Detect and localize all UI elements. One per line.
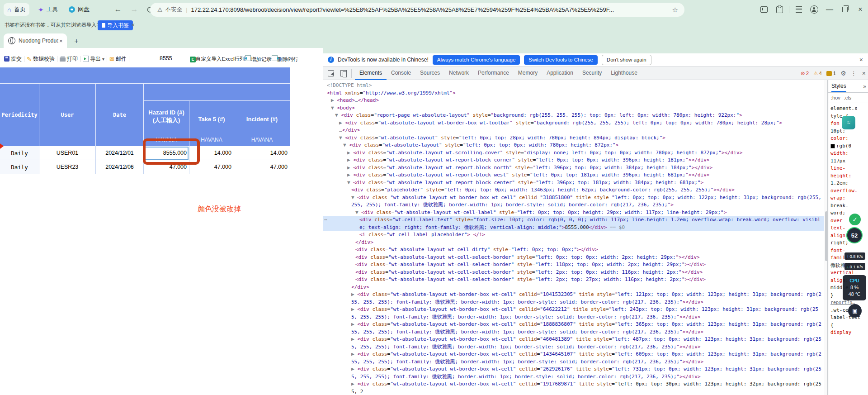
bookmark-home[interactable]: ⌂ 首页: [4, 3, 29, 16]
code-line[interactable]: </div>: [323, 239, 824, 247]
code-line[interactable]: <div class="wt-cell-label-text" style="f…: [323, 216, 824, 231]
code-line[interactable]: <div class="wt-absolute-layout wt-cell-d…: [323, 246, 824, 254]
inspect-element-icon[interactable]: [328, 70, 334, 76]
devtools-more-button[interactable]: ⋮: [851, 70, 857, 77]
code-line[interactable]: ▶ <div class="wt-absolute-layout wt-bord…: [323, 306, 824, 321]
devtools-tab-performance[interactable]: Performance: [473, 67, 514, 80]
code-line[interactable]: ▼ <div class="report-page wt-absolute-la…: [323, 112, 824, 119]
code-line[interactable]: <!DOCTYPE html>: [323, 82, 824, 90]
tab-styles[interactable]: Styles: [831, 81, 846, 92]
bookmark-netdisk[interactable]: 网盘: [65, 3, 93, 16]
devtools-tab-sources[interactable]: Sources: [415, 67, 444, 80]
styles-line[interactable]: overflow-: [830, 187, 868, 195]
header-periodicity[interactable]: Periodicity: [0, 84, 39, 146]
cell-incident[interactable]: 14.000: [234, 146, 290, 160]
menu-button[interactable]: [791, 4, 807, 15]
header-date[interactable]: Date: [96, 84, 144, 146]
code-line[interactable]: ▶ <div class="wt-absolute-layout wt-bord…: [323, 119, 824, 127]
styles-line[interactable]: rgb(0: [830, 143, 868, 150]
devtools-tab-security[interactable]: Security: [578, 67, 606, 80]
code-line[interactable]: ▼ <body>: [323, 105, 824, 112]
monitor-capture-badge[interactable]: ▣: [848, 304, 862, 318]
import-excel-button[interactable]: E自定义导入Excel行列: [190, 56, 245, 62]
extensions-button[interactable]: [772, 4, 787, 15]
match-language-button[interactable]: Always match Chrome's language: [433, 55, 520, 65]
code-line[interactable]: ▶ <div class="wt-absolute-layout wt-repo…: [323, 157, 824, 164]
code-line[interactable]: ▶ <div class="wt-absolute-layout wt-repo…: [323, 171, 824, 179]
header-user[interactable]: User: [39, 84, 96, 146]
styles-line[interactable]: break-: [830, 202, 868, 210]
devtools-tab-elements[interactable]: Elements: [355, 67, 387, 80]
upload-rate-badge[interactable]: ↑0.8 K/s: [844, 252, 865, 260]
infobar-close-icon[interactable]: ×: [859, 56, 863, 63]
styles-line[interactable]: 117px: [830, 157, 868, 165]
import-bar-close-icon[interactable]: ×: [131, 21, 135, 29]
cell-user[interactable]: UESR23: [39, 160, 96, 174]
code-line[interactable]: …</div>: [323, 127, 824, 134]
monitor-score-badge[interactable]: 52: [846, 227, 863, 243]
code-line[interactable]: ▼ <div class="wt-absolute-layout wt-repo…: [323, 179, 824, 187]
styles-line[interactable]: 1.2em;: [830, 180, 868, 187]
code-line[interactable]: <div class="wt-absolute-layout wt-cell-s…: [323, 261, 824, 269]
code-line[interactable]: ▼ <div class="wt-absolute-layout wt-cell…: [323, 209, 824, 217]
cell-incident[interactable]: 47.000: [234, 160, 290, 174]
styles-line[interactable]: element.s: [830, 105, 868, 113]
cell-user[interactable]: USER01: [39, 146, 96, 160]
minimize-button[interactable]: —: [822, 4, 837, 15]
cell-periodicity[interactable]: Daily: [0, 146, 39, 160]
bookmark-star-icon[interactable]: ☆: [672, 6, 678, 14]
code-line[interactable]: ▶ <div class="wt-absolute-layout wt-repo…: [323, 164, 824, 172]
forward-button[interactable]: →: [128, 4, 140, 15]
cell-date[interactable]: 2024/12/06: [96, 160, 144, 174]
devtools-tab-network[interactable]: Network: [444, 67, 473, 80]
code-line[interactable]: ▼ <div class="wt-absolute-layout" style=…: [323, 134, 824, 142]
styles-line[interactable]: height:: [830, 172, 868, 180]
devtools-tab-application[interactable]: Application: [542, 67, 578, 80]
code-line[interactable]: <div class="placeholder" style="left: 0p…: [323, 186, 824, 194]
code-line[interactable]: ▶ <div class="wt-absolute-layout wt-bord…: [323, 366, 824, 381]
submit-button[interactable]: 提交: [2, 55, 24, 63]
warning-badge[interactable]: ⚠4: [813, 70, 822, 76]
code-line[interactable]: <div class="wt-absolute-layout wt-cell-s…: [323, 276, 824, 284]
code-line[interactable]: ▶ <div class="wt-absolute-layout wt-bord…: [323, 321, 824, 336]
code-line[interactable]: ▼ <div class="wt-absolute-layout" style=…: [323, 142, 824, 149]
switch-chinese-button[interactable]: Switch DevTools to Chinese: [524, 55, 598, 65]
code-line[interactable]: <div class="wt-absolute-layout wt-cell-s…: [323, 269, 824, 276]
new-tab-button[interactable]: +: [71, 36, 81, 46]
devtools-close-button[interactable]: ×: [862, 70, 866, 77]
devtools-tab-console[interactable]: Console: [387, 67, 415, 80]
code-line[interactable]: ▶ <head>…</head>: [323, 97, 824, 105]
dont-show-again-button[interactable]: Don't show again: [602, 55, 651, 65]
header-merged-strip[interactable]: [144, 84, 290, 101]
hover-filter-toggle[interactable]: :hov: [831, 95, 840, 100]
print-button[interactable]: 打印: [57, 55, 80, 63]
address-bar[interactable]: ⚠ 不安全 | 172.22.24.170:8098/webroot/decis…: [150, 3, 684, 17]
tab-close-icon[interactable]: ×: [59, 38, 63, 44]
devtools-tab-memory[interactable]: Memory: [514, 67, 542, 80]
delete-rows-button[interactable]: 删除列行: [272, 55, 298, 63]
back-button[interactable]: ←: [112, 4, 124, 15]
code-line[interactable]: ▶ <div class="wt-absolute-layout wt-bord…: [323, 336, 824, 351]
code-line[interactable]: <i class="wt-cell-label-placeholder"> </…: [323, 231, 824, 239]
styles-line[interactable]: {: [830, 322, 868, 329]
devtools-settings-button[interactable]: ⚙: [840, 70, 846, 77]
code-line[interactable]: ▶ <div class="wt-absolute-layout wt-bord…: [323, 351, 824, 366]
cell-date[interactable]: 2024/12/01: [96, 146, 144, 160]
error-badge[interactable]: ⊘2: [801, 70, 809, 76]
code-line[interactable]: <html xmlns="http://www.w3.org/1999/xhtm…: [323, 90, 824, 97]
styles-line[interactable]: display: [830, 329, 868, 337]
styles-line[interactable]: width:: [830, 150, 868, 157]
code-line[interactable]: </div>: [323, 284, 824, 291]
overflow-chevron-icon[interactable]: »: [863, 83, 866, 90]
mail-button[interactable]: ✉邮件: [107, 55, 129, 63]
code-line[interactable]: ▶ <div class="wt-absolute-layout wt-bord…: [323, 291, 824, 306]
restore-button[interactable]: [837, 4, 853, 15]
header-incident[interactable]: Incident (#) HAVANA: [234, 101, 290, 146]
bookmark-tools[interactable]: ✦ 工具: [34, 3, 62, 16]
cell-periodicity[interactable]: Daily: [0, 160, 39, 174]
export-button[interactable]: 导出▾: [80, 55, 107, 63]
styles-line[interactable]: word;: [830, 209, 868, 217]
styles-line[interactable]: color:: [830, 135, 868, 143]
code-line[interactable]: ▶ <div class="wt-absolute-layout wt-scro…: [323, 149, 824, 157]
download-rate-badge[interactable]: ↓0.1 K/s: [844, 263, 865, 270]
